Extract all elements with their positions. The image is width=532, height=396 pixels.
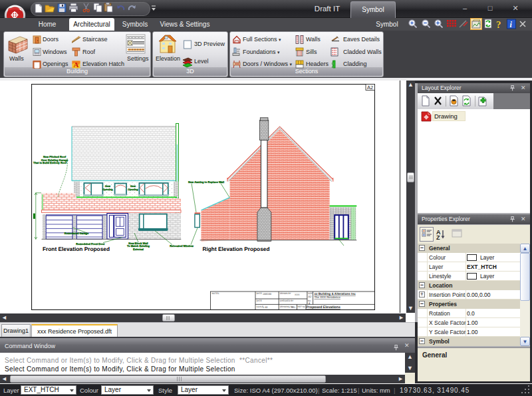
svg-text:?: ? [496,19,501,30]
svg-text:Front Elevation Proposed: Front Elevation Proposed [43,246,110,252]
svg-text:A2: A2 [367,85,373,91]
svg-text:Relocated Window: Relocated Window [170,244,194,248]
svg-text:A: A [74,61,79,69]
svg-text:CHECKED BY: CHECKED BY [280,299,295,302]
svg-text:Proposed Elevations: Proposed Elevations [307,305,340,309]
svg-text:The XXX Residence: The XXX Residence [314,296,340,299]
svg-text:1.50: 1.50 [263,306,267,309]
svg-text:External: External [133,248,144,251]
svg-text:DATE: DATE [257,299,262,302]
svg-text:NOTES: NOTES [212,292,219,295]
svg-text:Opening: Opening [102,188,113,191]
svg-text:1995/99: 1995/99 [263,293,271,296]
svg-text:Opening: Opening [128,188,138,191]
svg-text:New: New [105,185,110,188]
svg-text:New Awning to Replace Wall: New Awning to Replace Wall [188,180,224,184]
svg-text:New: New [130,185,136,188]
svg-text:DRAWN BY: DRAWN BY [280,292,292,295]
svg-text:A2: A2 [309,295,313,298]
svg-text:001: 001 [291,306,295,309]
svg-text:DATE: DATE [257,292,262,295]
svg-text:REF No.: REF No. [298,305,306,308]
svg-text:Remodeled Front Door: Remodeled Front Door [76,242,105,246]
svg-text:Z: Z [436,234,440,241]
svg-text:That Is Build Entirely Roof: That Is Build Entirely Roof [33,161,67,164]
svg-text:Right Elevation Proposed: Right Elevation Proposed [203,246,270,252]
svg-text:XXX: XXX [295,294,300,296]
